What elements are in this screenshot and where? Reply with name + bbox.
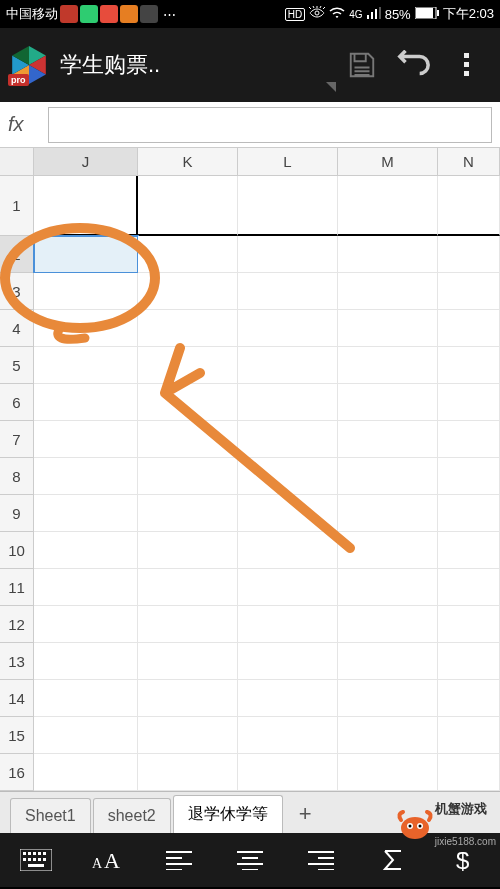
cell[interactable] [238, 717, 338, 754]
cell[interactable] [338, 384, 438, 421]
row-header-6[interactable]: 6 [0, 384, 34, 421]
cell[interactable] [438, 273, 500, 310]
dropdown-indicator-icon[interactable] [326, 82, 336, 92]
cell[interactable] [34, 176, 138, 236]
col-header-L[interactable]: L [238, 148, 338, 176]
select-all-corner[interactable] [0, 148, 34, 176]
cell[interactable] [34, 680, 138, 717]
row-header-2[interactable]: 2 [0, 236, 34, 273]
cell[interactable] [138, 458, 238, 495]
row-header-8[interactable]: 8 [0, 458, 34, 495]
cell[interactable] [338, 495, 438, 532]
col-header-K[interactable]: K [138, 148, 238, 176]
cell[interactable] [238, 643, 338, 680]
cell[interactable] [138, 347, 238, 384]
cell[interactable] [34, 384, 138, 421]
cell-selected[interactable] [34, 236, 138, 273]
cell[interactable] [138, 273, 238, 310]
row-header-5[interactable]: 5 [0, 347, 34, 384]
row-header-7[interactable]: 7 [0, 421, 34, 458]
col-header-M[interactable]: M [338, 148, 438, 176]
cell[interactable] [338, 569, 438, 606]
cell[interactable] [338, 347, 438, 384]
cell[interactable] [34, 569, 138, 606]
cell[interactable] [238, 532, 338, 569]
cell[interactable] [138, 384, 238, 421]
row-header-15[interactable]: 15 [0, 717, 34, 754]
cell[interactable] [338, 643, 438, 680]
cell[interactable] [338, 310, 438, 347]
row-header-1[interactable]: 1 [0, 176, 34, 236]
cell[interactable] [438, 532, 500, 569]
cell[interactable] [138, 717, 238, 754]
cell[interactable] [138, 532, 238, 569]
cell[interactable] [238, 310, 338, 347]
cell[interactable] [438, 717, 500, 754]
cell[interactable] [34, 421, 138, 458]
cell[interactable] [34, 606, 138, 643]
cell[interactable] [34, 273, 138, 310]
cell[interactable] [34, 310, 138, 347]
cell[interactable] [138, 754, 238, 791]
spreadsheet-grid[interactable]: J K L M N 1 2 3 4 5 6 7 8 9 10 11 12 13 … [0, 148, 500, 791]
cell[interactable] [438, 680, 500, 717]
cell[interactable] [438, 310, 500, 347]
tab-sheet2[interactable]: sheet2 [93, 798, 171, 833]
row-header-12[interactable]: 12 [0, 606, 34, 643]
row-header-14[interactable]: 14 [0, 680, 34, 717]
cell[interactable] [138, 495, 238, 532]
cell[interactable] [338, 717, 438, 754]
cell[interactable] [138, 310, 238, 347]
cell[interactable] [338, 176, 438, 236]
add-sheet-button[interactable]: + [285, 795, 326, 833]
cell[interactable] [438, 606, 500, 643]
keyboard-button[interactable] [16, 840, 56, 880]
cell[interactable] [438, 236, 500, 273]
cell[interactable] [138, 606, 238, 643]
undo-button[interactable] [394, 45, 434, 85]
row-header-13[interactable]: 13 [0, 643, 34, 680]
cell[interactable] [238, 421, 338, 458]
cell[interactable] [238, 176, 338, 236]
cell[interactable] [338, 680, 438, 717]
row-header-4[interactable]: 4 [0, 310, 34, 347]
align-right-button[interactable] [301, 840, 341, 880]
cell[interactable] [338, 606, 438, 643]
cell[interactable] [438, 176, 500, 236]
row-header-16[interactable]: 16 [0, 754, 34, 791]
col-header-N[interactable]: N [438, 148, 500, 176]
cell[interactable] [438, 421, 500, 458]
row-header-9[interactable]: 9 [0, 495, 34, 532]
cell[interactable] [34, 754, 138, 791]
row-header-11[interactable]: 11 [0, 569, 34, 606]
formula-input[interactable] [48, 107, 492, 143]
cell[interactable] [34, 495, 138, 532]
cell[interactable] [238, 347, 338, 384]
cell[interactable] [338, 754, 438, 791]
cell[interactable] [138, 236, 238, 273]
cell[interactable] [438, 569, 500, 606]
cell[interactable] [34, 532, 138, 569]
row-header-10[interactable]: 10 [0, 532, 34, 569]
cell[interactable] [238, 680, 338, 717]
cell[interactable] [338, 458, 438, 495]
cell[interactable] [34, 458, 138, 495]
save-button[interactable] [342, 45, 382, 85]
cell[interactable] [238, 458, 338, 495]
cell[interactable] [238, 569, 338, 606]
cell[interactable] [138, 176, 238, 236]
cell[interactable] [338, 236, 438, 273]
cell[interactable] [34, 717, 138, 754]
cell[interactable] [138, 421, 238, 458]
menu-button[interactable] [446, 45, 486, 85]
cell[interactable] [238, 273, 338, 310]
app-logo-icon[interactable]: pro [8, 44, 50, 86]
cell[interactable] [238, 754, 338, 791]
cell[interactable] [238, 236, 338, 273]
cell[interactable] [338, 273, 438, 310]
cell[interactable] [338, 532, 438, 569]
col-header-J[interactable]: J [34, 148, 138, 176]
font-button[interactable]: AA [87, 840, 127, 880]
cell[interactable] [238, 606, 338, 643]
cell[interactable] [438, 384, 500, 421]
